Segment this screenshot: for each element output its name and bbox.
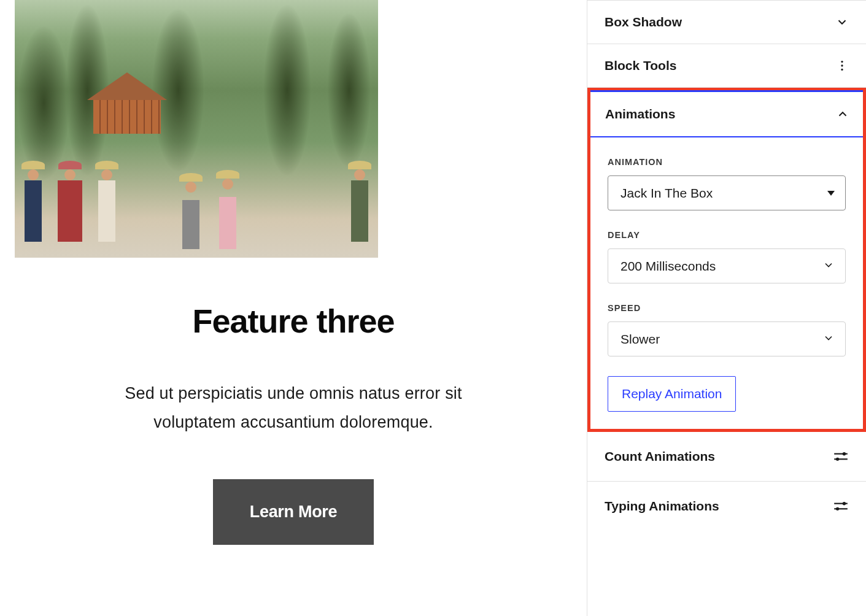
count-animations-label: Count Animations: [605, 449, 715, 464]
animations-panel-title: Animations: [605, 107, 675, 121]
animations-panel-body: ANIMATION Jack In The Box DELAY 200 Mill…: [590, 137, 863, 429]
svg-point-1: [841, 64, 843, 66]
box-shadow-panel-toggle[interactable]: Box Shadow: [587, 0, 866, 44]
animations-panel-highlighted: Animations ANIMATION Jack In The Box DEL…: [587, 88, 866, 432]
animation-field-label: ANIMATION: [608, 157, 846, 167]
chevron-up-icon: [836, 107, 849, 121]
feature-description[interactable]: Sed ut perspiciatis unde omnis natus err…: [122, 379, 465, 437]
svg-point-2: [841, 69, 843, 71]
more-options-icon[interactable]: [835, 59, 849, 72]
block-tools-label: Block Tools: [605, 58, 676, 73]
svg-point-6: [836, 458, 839, 461]
sliders-icon: [833, 450, 849, 463]
animations-panel-toggle[interactable]: Animations: [590, 90, 863, 137]
delay-field-label: DELAY: [608, 230, 846, 240]
image-people: [15, 148, 378, 247]
svg-point-8: [843, 502, 846, 505]
count-animations-panel-toggle[interactable]: Count Animations: [587, 432, 866, 482]
replay-animation-button[interactable]: Replay Animation: [608, 376, 736, 412]
box-shadow-label: Box Shadow: [605, 15, 682, 29]
svg-point-10: [836, 507, 839, 510]
speed-select[interactable]: Slower: [608, 321, 846, 356]
chevron-down-icon: [835, 15, 849, 29]
feature-image[interactable]: [15, 0, 378, 258]
animation-select[interactable]: Jack In The Box: [608, 175, 846, 210]
block-tools-panel-toggle[interactable]: Block Tools: [587, 44, 866, 88]
editor-canvas: Feature three Sed ut perspiciatis unde o…: [0, 0, 587, 616]
svg-point-4: [843, 452, 846, 455]
sliders-icon: [833, 499, 849, 513]
feature-title[interactable]: Feature three: [192, 302, 394, 340]
typing-animations-panel-toggle[interactable]: Typing Animations: [587, 482, 866, 531]
svg-point-0: [841, 61, 843, 63]
learn-more-button[interactable]: Learn More: [213, 479, 374, 545]
image-gazebo: [87, 72, 167, 140]
speed-field-label: SPEED: [608, 303, 846, 313]
block-settings-sidebar: Box Shadow Block Tools Animations ANIMAT…: [587, 0, 866, 616]
typing-animations-label: Typing Animations: [605, 499, 719, 514]
delay-select[interactable]: 200 Milliseconds: [608, 248, 846, 283]
